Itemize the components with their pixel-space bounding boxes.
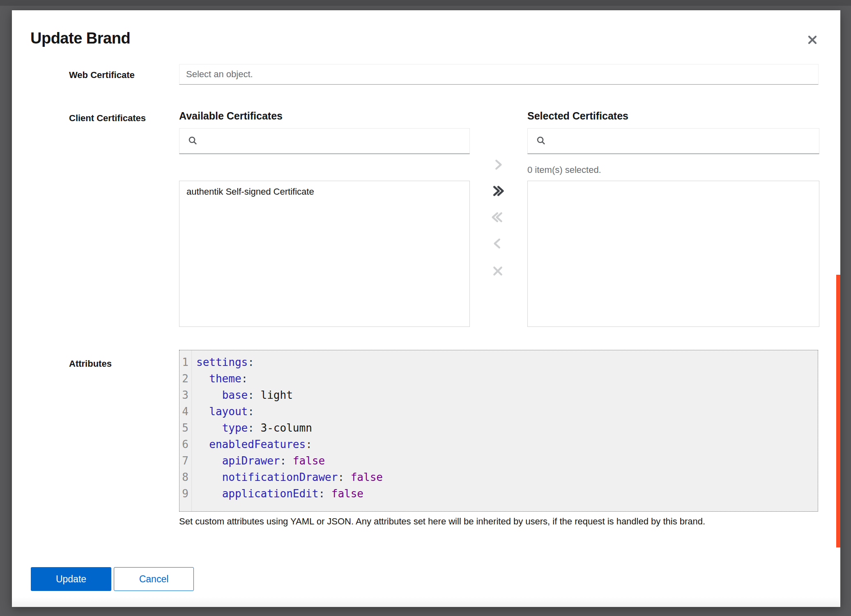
- editor-code-line: apiDrawer: false: [196, 453, 818, 469]
- editor-code-line: layout:: [196, 403, 818, 420]
- client-certificates-label: Client Certificates: [69, 113, 146, 124]
- attributes-label: Attributes: [69, 359, 112, 369]
- editor-line-number: 1: [179, 354, 191, 370]
- editor-line-number: 4: [179, 403, 191, 420]
- angle-double-left-icon: [491, 211, 504, 225]
- clear-button[interactable]: [489, 262, 507, 280]
- editor-code-line: enabledFeatures:: [196, 436, 818, 453]
- angle-double-right-button[interactable]: [489, 182, 507, 200]
- angle-double-right-icon: [491, 184, 504, 199]
- editor-code-line: theme:: [196, 370, 818, 387]
- available-certificates-heading: Available Certificates: [179, 110, 283, 122]
- certificate-list-item[interactable]: authentik Self-signed Certificate: [179, 181, 469, 202]
- editor-code-line: applicationEdit: false: [196, 485, 818, 502]
- selected-count-status: 0 item(s) selected.: [527, 165, 601, 175]
- editor-line-number: 8: [179, 469, 191, 485]
- update-button[interactable]: Update: [31, 567, 111, 591]
- modal-bottom-shadow: [12, 597, 840, 607]
- editor-code-line: base: light: [196, 387, 818, 403]
- web-certificate-label: Web Certificate: [69, 70, 135, 80]
- clear-icon: [491, 264, 504, 279]
- editor-line-number: 2: [179, 370, 191, 387]
- editor-line-number: 3: [179, 387, 191, 403]
- editor-line-number: 7: [179, 453, 191, 469]
- close-icon: [806, 34, 819, 47]
- selected-certificates-heading: Selected Certificates: [527, 110, 628, 122]
- editor-line-number: 6: [179, 436, 191, 453]
- angle-double-left-button[interactable]: [489, 209, 507, 227]
- selected-certificates-list[interactable]: [527, 181, 819, 327]
- editor-line-number: 9: [179, 485, 191, 502]
- alert-accent-bar: [836, 275, 840, 547]
- angle-left-icon: [491, 237, 504, 251]
- editor-line-number: 5: [179, 420, 191, 436]
- available-search-input[interactable]: [202, 129, 464, 154]
- update-brand-modal: Update Brand Web Certificate Client Cert…: [12, 10, 840, 607]
- editor-code-line: notificationDrawer: false: [196, 469, 818, 485]
- search-icon: [536, 136, 546, 147]
- close-button[interactable]: [804, 32, 821, 49]
- modal-backdrop-top: [0, 0, 851, 6]
- angle-right-button[interactable]: [489, 156, 507, 174]
- editor-line-numbers: 123456789: [179, 350, 192, 511]
- available-search-box: [179, 128, 470, 154]
- angle-right-icon: [491, 158, 504, 172]
- attributes-help-text: Set custom attributes using YAML or JSON…: [179, 516, 820, 527]
- selected-search-box: [527, 128, 819, 154]
- modal-title: Update Brand: [30, 30, 130, 47]
- search-icon: [188, 136, 198, 147]
- web-certificate-select[interactable]: [179, 64, 819, 85]
- angle-left-button[interactable]: [489, 235, 507, 253]
- editor-code-line: settings:: [196, 354, 818, 370]
- attributes-code-editor[interactable]: 123456789 settings: theme: base: light l…: [179, 350, 818, 512]
- selected-search-input[interactable]: [551, 129, 813, 154]
- available-certificates-list[interactable]: authentik Self-signed Certificate: [179, 181, 470, 327]
- cancel-button[interactable]: Cancel: [114, 567, 194, 591]
- editor-code-line: type: 3-column: [196, 420, 818, 436]
- editor-code-area[interactable]: settings: theme: base: light layout: typ…: [192, 350, 818, 511]
